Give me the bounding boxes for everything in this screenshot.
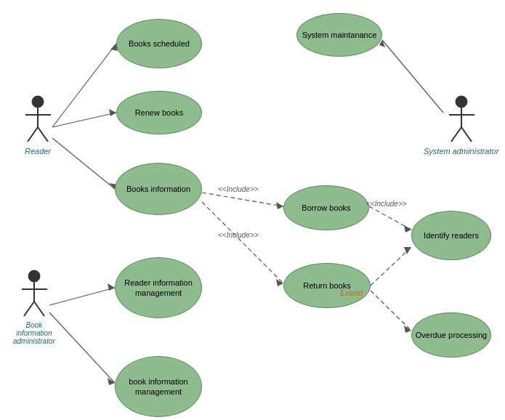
svg-line-31	[34, 302, 44, 316]
reader-label: Reader	[25, 147, 51, 156]
svg-line-14	[202, 202, 283, 283]
svg-line-8	[49, 312, 115, 383]
include-label-3: <<Include>>	[366, 200, 407, 208]
svg-marker-13	[276, 202, 283, 209]
svg-line-20	[371, 291, 411, 331]
svg-point-22	[32, 96, 44, 108]
connection-lines	[0, 0, 505, 420]
svg-line-35	[451, 127, 461, 142]
sys-admin-label: System administrator	[424, 147, 498, 156]
oval-renew-books: Renew books	[116, 91, 202, 134]
svg-line-25	[28, 127, 38, 142]
oval-reader-info-mgmt: Reader information management	[115, 257, 202, 318]
oval-return-books: Return books	[283, 263, 371, 308]
sys-admin-figure	[445, 94, 477, 144]
svg-line-26	[38, 127, 48, 142]
include-label-1: <<Include>>	[218, 185, 259, 193]
include-label-2: <<Include>>	[218, 231, 259, 239]
extend-label-1: Extend	[340, 289, 363, 297]
svg-line-6	[49, 288, 115, 305]
oval-books-scheduled: Books scheduled	[116, 19, 202, 68]
svg-line-36	[461, 127, 472, 142]
oval-system-maintenance: System maintanance	[296, 13, 382, 57]
actor-sys-admin: System administrator	[424, 94, 498, 156]
oval-identify-readers: Identify readers	[411, 211, 491, 260]
svg-line-18	[371, 247, 411, 286]
svg-line-30	[24, 302, 34, 316]
oval-overdue-processing: Overdue processing	[411, 312, 491, 358]
actor-book-admin: Bookinformationadministrator	[13, 269, 55, 345]
svg-marker-21	[404, 326, 411, 333]
oval-book-info-mgmt: book information management	[115, 356, 202, 417]
svg-line-4	[52, 138, 115, 189]
svg-marker-17	[404, 225, 411, 233]
reader-figure	[22, 94, 54, 144]
svg-marker-7	[108, 283, 115, 291]
book-admin-figure	[18, 269, 50, 318]
book-admin-label: Bookinformationadministrator	[13, 321, 55, 345]
oval-books-information: Books information	[115, 163, 202, 215]
svg-marker-19	[404, 247, 411, 254]
svg-point-27	[28, 270, 40, 282]
svg-marker-15	[276, 279, 283, 286]
svg-marker-9	[108, 378, 115, 385]
actor-reader: Reader	[22, 94, 54, 156]
svg-line-0	[52, 44, 116, 127]
svg-marker-3	[109, 109, 116, 116]
svg-line-2	[52, 113, 116, 127]
svg-line-16	[369, 206, 411, 230]
diagram: Reader Bookinformationadministrator Syst…	[0, 0, 505, 420]
oval-borrow-books: Borrow books	[283, 185, 369, 230]
svg-point-32	[456, 96, 467, 108]
svg-line-12	[202, 193, 283, 206]
